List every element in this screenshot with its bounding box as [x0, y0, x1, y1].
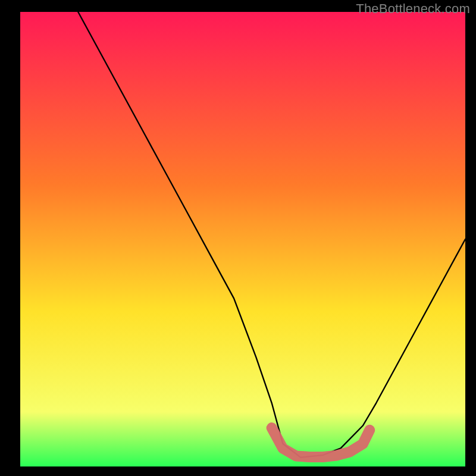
chart-svg: [20, 12, 465, 466]
chart-plot-area: [20, 12, 465, 466]
watermark-text: TheBottleneck.com: [356, 1, 470, 17]
gradient-background: [20, 12, 465, 466]
chart-frame: TheBottleneck.com: [0, 0, 476, 476]
